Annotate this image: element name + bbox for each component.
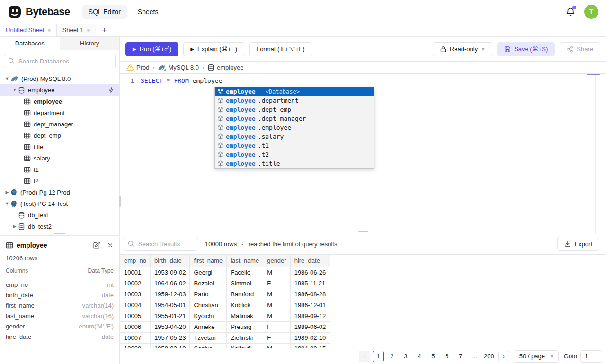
pagination-next-button[interactable]: › bbox=[498, 351, 509, 362]
tab-databases[interactable]: Databases bbox=[0, 37, 60, 50]
cell-last_name[interactable]: Facello bbox=[227, 267, 263, 278]
tree-item-department[interactable]: department bbox=[0, 107, 119, 118]
cell-emp_no[interactable]: 10006 bbox=[120, 321, 151, 332]
suggestion-employee-title[interactable]: employee.title bbox=[215, 159, 374, 168]
cell-birth_date[interactable]: 1954-05-01 bbox=[150, 300, 190, 311]
cell-gender[interactable]: F bbox=[263, 332, 290, 343]
cell-gender[interactable]: M bbox=[263, 343, 290, 348]
cell-birth_date[interactable]: 1959-12-03 bbox=[150, 289, 190, 300]
cell-hire_date[interactable]: 1989-09-12 bbox=[290, 311, 330, 321]
cell-last_name[interactable]: Koblick bbox=[227, 300, 263, 311]
cell-first_name[interactable]: Chirstian bbox=[190, 300, 227, 311]
cell-hire_date[interactable]: 1989-02-10 bbox=[290, 332, 330, 343]
cell-hire_date[interactable]: 1994-09-15 bbox=[290, 343, 330, 348]
cell-last_name[interactable]: Maliniak bbox=[227, 311, 263, 321]
pagination-page-1[interactable]: 1 bbox=[373, 351, 384, 362]
tree-item-title[interactable]: title bbox=[0, 141, 119, 152]
cell-gender[interactable]: M bbox=[263, 267, 290, 278]
editor-minimap[interactable] bbox=[595, 74, 606, 233]
sidebar-resize-handle[interactable] bbox=[119, 196, 121, 207]
topnav-sheets[interactable]: Sheets bbox=[132, 5, 165, 19]
schema-column-gender[interactable]: genderenum('M','F') bbox=[0, 321, 119, 331]
schema-column-first_name[interactable]: first_namevarchar(14) bbox=[0, 300, 119, 311]
panel-drag-handle[interactable] bbox=[54, 232, 65, 236]
avatar[interactable]: T bbox=[584, 5, 598, 19]
cell-last_name[interactable]: Kalloufi bbox=[227, 343, 263, 348]
sheet-tab-sheet1[interactable]: Sheet 1 bbox=[56, 24, 96, 36]
run-button[interactable]: ▶ Run (⌘+⏎) bbox=[125, 42, 178, 56]
edit-icon[interactable] bbox=[93, 241, 100, 249]
cell-birth_date[interactable]: 1953-09-02 bbox=[150, 267, 190, 278]
cell-gender[interactable]: F bbox=[263, 278, 290, 289]
pagination-page-6[interactable]: 6 bbox=[441, 351, 453, 362]
tree-item--prod-pg-12-prod[interactable]: ▶(Prod) Pg 12 Prod bbox=[0, 186, 119, 198]
caret-down-icon[interactable]: ▼ bbox=[4, 76, 10, 81]
suggestion-employee[interactable]: employee<Database> bbox=[215, 87, 374, 96]
pagination-page-5[interactable]: 5 bbox=[428, 351, 439, 362]
cell-birth_date[interactable]: 1964-06-02 bbox=[150, 278, 190, 289]
cell-birth_date[interactable]: 1955-01-21 bbox=[150, 311, 190, 321]
cell-emp_no[interactable]: 10001 bbox=[120, 267, 151, 278]
topnav-sql-editor[interactable]: SQL Editor bbox=[82, 5, 127, 19]
schema-column-birth_date[interactable]: birth_datedate bbox=[0, 290, 119, 300]
tree-item-t2[interactable]: t2 bbox=[0, 175, 119, 186]
tree-item--prod-mysql-8-0[interactable]: ▼(Prod) MySQL 8.0 bbox=[0, 73, 119, 84]
save-button[interactable]: Save (⌘+S) bbox=[497, 42, 555, 56]
share-button[interactable]: Share bbox=[560, 42, 600, 56]
breadcrumb-item-mysql-8-0[interactable]: MySQL 8.0 bbox=[158, 64, 199, 71]
sql-editor[interactable]: 1 SELECT * FROM employee employee<Databa… bbox=[120, 74, 606, 233]
breadcrumb-item-prod[interactable]: Prod bbox=[126, 64, 149, 71]
cell-hire_date[interactable]: 1986-06-26 bbox=[290, 267, 330, 278]
cell-first_name[interactable]: Tzvetan bbox=[190, 332, 227, 343]
breadcrumb-item-employee[interactable]: employee bbox=[207, 64, 243, 71]
pagination-page-4[interactable]: 4 bbox=[414, 351, 425, 362]
page-size-select[interactable]: 50 / page▼ bbox=[515, 350, 559, 363]
readonly-mode-select[interactable]: Read-only ▼ bbox=[433, 42, 492, 56]
tree-item-t1[interactable]: t1 bbox=[0, 164, 119, 175]
cell-emp_no[interactable]: 10004 bbox=[120, 300, 151, 311]
suggestion-employee-t2[interactable]: employee.t2 bbox=[215, 150, 374, 159]
caret-right-icon[interactable]: ▶ bbox=[4, 190, 10, 195]
search-results-input[interactable] bbox=[124, 237, 198, 251]
cell-first_name[interactable]: Saniya bbox=[190, 343, 227, 348]
schema-column-last_name[interactable]: last_namevarchar(16) bbox=[0, 311, 119, 321]
tree-item-db-test2[interactable]: ▶db_test2 bbox=[0, 221, 119, 232]
cell-birth_date[interactable]: 1953-04-20 bbox=[150, 321, 190, 332]
explain-button[interactable]: ▶ Explain (⌘+E) bbox=[183, 42, 244, 56]
cell-gender[interactable]: F bbox=[263, 321, 290, 332]
suggestion-employee-t1[interactable]: employee.t1 bbox=[215, 141, 374, 150]
schema-column-emp_no[interactable]: emp_noint bbox=[0, 279, 119, 290]
cell-emp_no[interactable]: 10007 bbox=[120, 332, 151, 343]
cell-hire_date[interactable]: 1985-11-21 bbox=[290, 278, 330, 289]
caret-down-icon[interactable]: ▼ bbox=[4, 201, 10, 206]
search-databases-input[interactable] bbox=[4, 54, 116, 68]
suggestion-employee-dept-manager[interactable]: employee.dept_manager bbox=[215, 114, 374, 123]
tree-item-salary[interactable]: salary bbox=[0, 152, 119, 164]
suggestion-employee-salary[interactable]: employee.salary bbox=[215, 132, 374, 141]
caret-right-icon[interactable]: ▶ bbox=[11, 224, 18, 229]
cell-first_name[interactable]: Georgi bbox=[190, 267, 227, 278]
close-icon[interactable] bbox=[107, 242, 114, 249]
export-button[interactable]: Export bbox=[557, 237, 599, 251]
suggestion-employee-department[interactable]: employee.department bbox=[215, 96, 374, 105]
cell-first_name[interactable]: Parto bbox=[190, 289, 227, 300]
tab-history[interactable]: History bbox=[60, 37, 120, 50]
sheet-tab-untitled[interactable]: Untitled Sheet bbox=[0, 24, 56, 36]
tree-item--test-pg-14-test[interactable]: ▼(Test) PG 14 Test bbox=[0, 198, 119, 209]
cell-last_name[interactable]: Zielinski bbox=[227, 332, 263, 343]
cell-last_name[interactable]: Simmel bbox=[227, 278, 263, 289]
cell-hire_date[interactable]: 1986-12-01 bbox=[290, 300, 330, 311]
goto-page-input[interactable] bbox=[580, 350, 602, 363]
pagination-page-7[interactable]: 7 bbox=[455, 351, 466, 362]
cell-last_name[interactable]: Bamford bbox=[227, 289, 263, 300]
pagination-page-200[interactable]: 200 bbox=[482, 351, 496, 362]
cell-emp_no[interactable]: 10005 bbox=[120, 311, 151, 321]
results-resize-handle[interactable] bbox=[358, 231, 368, 234]
cell-birth_date[interactable]: 1957-05-23 bbox=[150, 332, 190, 343]
suggestion-employee-dept-emp[interactable]: employee.dept_emp bbox=[215, 105, 374, 114]
format-button[interactable]: Format (⇧+⌥+F) bbox=[249, 42, 312, 56]
caret-down-icon[interactable]: ▼ bbox=[11, 88, 18, 92]
cell-gender[interactable]: M bbox=[263, 311, 290, 321]
tree-item-db-test[interactable]: db_test bbox=[0, 209, 119, 221]
cell-last_name[interactable]: Preusig bbox=[227, 321, 263, 332]
